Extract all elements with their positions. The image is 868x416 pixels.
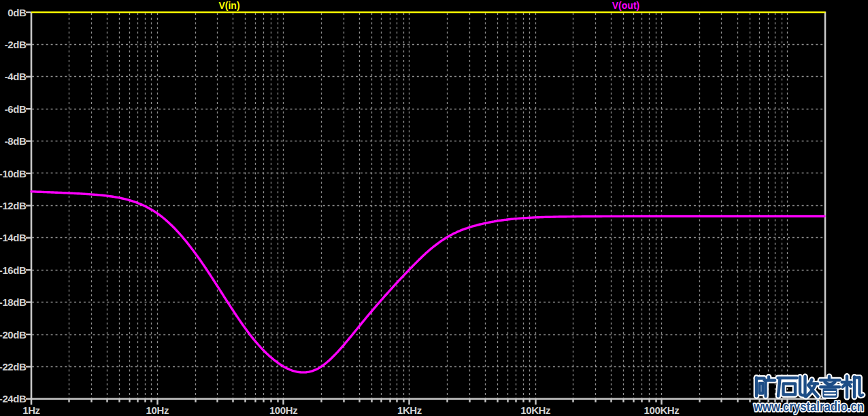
svg-text:-20dB: -20dB: [0, 329, 27, 341]
svg-text:-12dB: -12dB: [0, 200, 27, 211]
svg-text:V(in): V(in): [218, 0, 239, 11]
svg-text:-24dB: -24dB: [0, 393, 27, 404]
svg-text:10KHz: 10KHz: [520, 404, 550, 416]
svg-text:www.crystalradio.cn: www.crystalradio.cn: [753, 399, 864, 414]
svg-text:-16dB: -16dB: [0, 264, 27, 276]
svg-text:-6dB: -6dB: [5, 103, 27, 115]
svg-text:1Hz: 1Hz: [22, 404, 39, 416]
svg-text:V(out): V(out): [612, 0, 639, 11]
svg-text:-14dB: -14dB: [0, 232, 27, 243]
svg-text:1KHz: 1KHz: [397, 404, 422, 416]
svg-text:-18dB: -18dB: [0, 296, 27, 308]
svg-text:0dB: 0dB: [7, 7, 27, 18]
svg-text:-4dB: -4dB: [5, 71, 27, 82]
svg-text:10Hz: 10Hz: [146, 404, 169, 416]
svg-text:-22dB: -22dB: [0, 361, 27, 372]
svg-text:100KHz: 100KHz: [644, 404, 680, 416]
svg-text:-2dB: -2dB: [5, 39, 27, 50]
svg-text:-8dB: -8dB: [5, 135, 27, 147]
svg-text:-10dB: -10dB: [0, 168, 27, 179]
svg-text:100Hz: 100Hz: [269, 404, 297, 416]
